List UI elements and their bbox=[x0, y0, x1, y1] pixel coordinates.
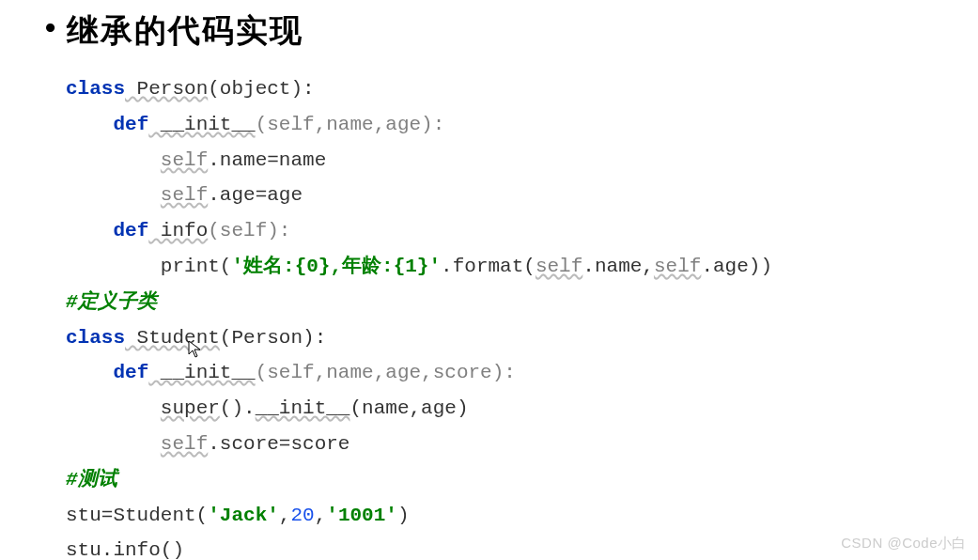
code-line-4: self.age=age bbox=[66, 178, 978, 213]
heading-text: 继承的代码实现 bbox=[67, 9, 303, 53]
code-block: class Person(object): def __init__(self,… bbox=[66, 71, 978, 560]
code-line-11: self.score=score bbox=[66, 427, 978, 462]
code-line-6: print('姓名:{0},年龄:{1}'.format(self.name,s… bbox=[66, 249, 978, 285]
code-line-1: class Person(object): bbox=[66, 71, 978, 107]
code-line-9: def __init__(self,name,age,score): bbox=[66, 355, 978, 391]
code-line-12: #测试 bbox=[66, 462, 978, 498]
code-line-5: def info(self): bbox=[66, 213, 978, 249]
code-line-3: self.name=name bbox=[66, 143, 978, 179]
slide-heading: • 继承的代码实现 bbox=[0, 0, 978, 53]
heading-bullet: • bbox=[45, 9, 55, 45]
code-line-10: super().__init__(name,age) bbox=[66, 391, 978, 427]
code-line-8: class Student(Person): bbox=[66, 320, 978, 356]
code-line-13: stu=Student('Jack',20,'1001') bbox=[66, 498, 978, 534]
code-line-7: #定义子类 bbox=[66, 285, 978, 320]
code-line-2: def __init__(self,name,age): bbox=[66, 107, 978, 143]
watermark-text: CSDN @Code小白 bbox=[841, 535, 967, 552]
